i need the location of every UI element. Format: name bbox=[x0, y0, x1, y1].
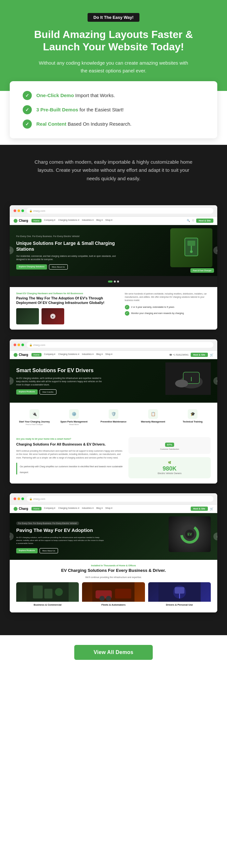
demo2-card-3: 🛡️ Preventive Maintenance bbox=[96, 407, 132, 428]
svg-text:EV: EV bbox=[187, 532, 192, 536]
demo1-hero-title: Unique Solutions For Large & Small Charg… bbox=[16, 240, 123, 252]
play-icon[interactable]: ▶ bbox=[50, 314, 55, 319]
browser-dots-3 bbox=[13, 497, 24, 500]
dot-2[interactable] bbox=[114, 281, 116, 282]
check-icon-2 bbox=[23, 105, 32, 114]
browser-dot-green-3[interactable] bbox=[22, 497, 24, 500]
demo-1-browser: 🔒 charg.com Charg Home Company ▾ Chargin… bbox=[10, 205, 217, 330]
browser-chrome-3: 🔒 charg.com bbox=[10, 493, 217, 505]
demo2-stats-number: 980K bbox=[132, 465, 207, 472]
demo1-s2-title: Paving The Way For The Adoption Of EV's … bbox=[16, 296, 120, 305]
ev-leaf-icon: 🌿 bbox=[132, 461, 207, 464]
demo1-s2-body: We serve hundreds of partners worldwide,… bbox=[125, 292, 211, 302]
demo1-hero-small-text: For Every One. For Every Business. For E… bbox=[16, 235, 123, 238]
demo3-host-btn[interactable]: Host & Site bbox=[191, 506, 208, 511]
demo3-hero-body: An EV charging solution, we'll continue … bbox=[16, 536, 104, 545]
demo1-hero-image bbox=[170, 228, 213, 267]
demo2-card-title-1: Start Your Charging Journey bbox=[19, 421, 50, 423]
demo1-section2: Smart EV Charging Hardware and Software … bbox=[10, 287, 217, 330]
browser-address-bar-2[interactable]: 🔒 charg.com bbox=[27, 342, 213, 348]
demo2-next-arrow[interactable]: › bbox=[213, 377, 217, 385]
demo2-nav-company[interactable]: Company ▾ bbox=[44, 353, 56, 356]
feature-text-1: One-Click Demo Import that Works. bbox=[36, 92, 115, 99]
demo1-prev-arrow[interactable]: ‹ bbox=[10, 246, 13, 254]
demo2-nav-home[interactable]: Home bbox=[32, 353, 41, 356]
dot-1[interactable] bbox=[108, 281, 113, 282]
demo2-s2-label: Are you ready to let your home into a sm… bbox=[16, 437, 123, 441]
demo3-cards-row: Business & Commercial Fleets & Automaker… bbox=[16, 582, 211, 608]
browser-dot-green-2[interactable] bbox=[22, 344, 24, 346]
demo1-nav-industries[interactable]: Industries ▾ bbox=[82, 219, 94, 222]
demo1-hero-body: Our residential, commercial, and fast ch… bbox=[16, 255, 123, 261]
demo2-hero-btn1[interactable]: Explore Products bbox=[16, 389, 38, 395]
browser-dots-2 bbox=[13, 344, 24, 346]
demo3-hero-image: EV bbox=[168, 516, 211, 552]
demo3-nav-charging[interactable]: Charging Solutions ▾ bbox=[59, 507, 79, 510]
demo1-nav-shop[interactable]: Shop ▾ bbox=[105, 219, 113, 222]
demo3-hero-btn1[interactable]: Explore Products bbox=[16, 548, 38, 553]
view-all-demos-button[interactable]: View All Demos bbox=[74, 645, 153, 660]
demo2-nav-charging[interactable]: Charging Solutions ▾ bbox=[59, 353, 79, 356]
feature-item-1: One-Click Demo Import that Works. bbox=[23, 91, 204, 100]
demo2-nav-industries[interactable]: Industries ▾ bbox=[82, 353, 94, 356]
demo1-nav-company[interactable]: Company ▾ bbox=[44, 219, 56, 222]
demo2-nav-blog[interactable]: Blog ▾ bbox=[96, 353, 103, 356]
demo2-host-btn[interactable]: Host & Site bbox=[191, 353, 208, 357]
demo2-phone: ☎ +1 5181234541 bbox=[169, 353, 189, 356]
demo3-hero-btn2[interactable]: More About Us bbox=[40, 548, 59, 553]
demo1-slider-dots bbox=[10, 278, 217, 285]
demo1-ev-badge: Fast & Fast Charger bbox=[190, 268, 214, 273]
demo1-nav-blog[interactable]: Blog ▾ bbox=[96, 219, 103, 222]
demo3-hero-title: Paving The Way For EV Adoption bbox=[16, 527, 114, 533]
demo1-nav-charging[interactable]: Charging Solutions ▾ bbox=[59, 219, 79, 222]
demo1-hero-btn2[interactable]: More About Us bbox=[49, 264, 68, 270]
demo1-logo: Charg bbox=[13, 219, 28, 223]
demo2-navbar: Charg Home Company ▾ Charging Solutions … bbox=[10, 351, 217, 359]
browser-dot-yellow-2[interactable] bbox=[17, 344, 20, 346]
demo3-card-img-2 bbox=[82, 582, 145, 602]
demo3-nav-shop[interactable]: Shop ▾ bbox=[105, 507, 113, 510]
demo2-nav-shop[interactable]: Shop ▾ bbox=[105, 353, 113, 356]
demo3-prev-arrow[interactable]: ‹ bbox=[10, 532, 13, 540]
demo1-img-dark bbox=[16, 308, 39, 324]
feature-text-3: Real Content Based On Industry Research. bbox=[36, 121, 131, 127]
demo3-cart-icon[interactable]: 🛒 bbox=[210, 507, 213, 510]
browser-chrome-1: 🔒 charg.com bbox=[10, 205, 217, 217]
demo1-heart-icon[interactable]: ♡ bbox=[192, 219, 194, 222]
demo3-card-label-1: Business & Commercial bbox=[16, 602, 79, 608]
demo-3-browser: 🔒 charg.com Charg Home Company ▾ Chargin… bbox=[10, 493, 217, 613]
browser-address-bar-3[interactable]: 🔒 charg.com bbox=[27, 496, 213, 502]
browser-address-bar-1[interactable]: 🔒 charg.com bbox=[27, 208, 213, 214]
demo1-next-arrow[interactable]: › bbox=[213, 246, 217, 254]
demo2-section2: Are you ready to let your home into a sm… bbox=[10, 432, 217, 484]
demo3-nav-industries[interactable]: Industries ▾ bbox=[82, 507, 94, 510]
demo2-prev-arrow[interactable]: ‹ bbox=[10, 377, 13, 385]
demo2-cart-icon[interactable]: 🛒 bbox=[210, 353, 213, 356]
demo1-search-icon[interactable]: 🔍 bbox=[187, 219, 190, 222]
demo1-hero-btn1[interactable]: Explore Charging Solutions bbox=[16, 264, 47, 270]
demo3-nav-company[interactable]: Company ▾ bbox=[44, 507, 56, 510]
browser-dot-yellow-3[interactable] bbox=[17, 497, 20, 500]
browser-dot-red-2[interactable] bbox=[13, 344, 16, 346]
demo1-host-btn[interactable]: Host & Site bbox=[196, 219, 213, 223]
demo1-nav-home[interactable]: Home bbox=[32, 219, 41, 222]
demo1-img-2: ▶ bbox=[41, 308, 64, 324]
browser-dot-yellow[interactable] bbox=[17, 210, 20, 212]
demo2-card-desc-1: Find a Fast Charger bbox=[19, 424, 50, 425]
view-all-section: View All Demos bbox=[0, 635, 227, 670]
demo3-nav-home[interactable]: Home bbox=[32, 507, 41, 510]
demo2-hero: ‹ Smart Solutions For EV Drivers An EV c… bbox=[10, 359, 217, 403]
demo2-hero-title: Smart Solutions For EV Drivers bbox=[16, 367, 114, 374]
dark-description-section: Charg comes with modern, easily importab… bbox=[0, 145, 227, 199]
browser-dot-green[interactable] bbox=[22, 210, 24, 212]
demo2-stats-top: 97% Customer Satisfaction bbox=[128, 437, 211, 454]
demo3-nav-blog[interactable]: Blog ▾ bbox=[96, 507, 103, 510]
hero-section: Do It The Easy Way! Build Amazing Layout… bbox=[0, 0, 227, 91]
browser-dot-red[interactable] bbox=[13, 210, 16, 212]
dot-3[interactable] bbox=[117, 281, 119, 282]
feature-text-2: 3 Pre-Built Demos for the Easiest Start! bbox=[36, 106, 123, 113]
demo2-hero-btn2[interactable]: How it works bbox=[40, 389, 56, 395]
demo3-next-arrow[interactable]: › bbox=[213, 532, 217, 540]
browser-dot-red-3[interactable] bbox=[13, 497, 16, 500]
demo3-card-label-2: Fleets & Automakers bbox=[82, 602, 145, 608]
